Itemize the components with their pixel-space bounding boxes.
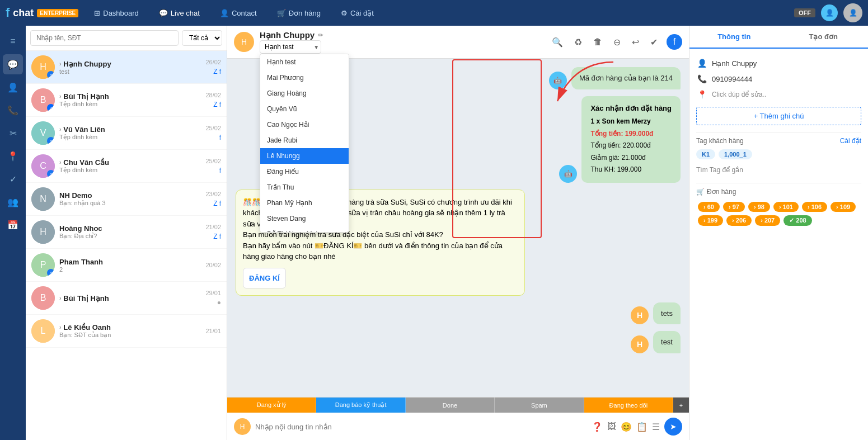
assign-option-tran-thu[interactable]: Trần Thu — [260, 179, 349, 195]
contact-meta-9: 21/01 — [205, 328, 221, 334]
mark-done-btn[interactable]: ✔ — [648, 35, 660, 50]
order-109[interactable]: › 109 — [831, 202, 856, 212]
tag-settings[interactable]: Cài đặt — [840, 137, 861, 145]
sidebar-icon-calendar[interactable]: 📅 — [3, 215, 23, 235]
contact-item-7[interactable]: P f Pham Thanh 2 20/02 — [26, 249, 227, 282]
tag-header: Tag khách hàng Cài đặt — [696, 137, 861, 145]
tab-thong-tin[interactable]: Thông tin — [689, 26, 779, 49]
block-btn[interactable]: ⊖ — [611, 35, 623, 50]
assign-option-do-thi-ngoc-mai[interactable]: Đỗ Thị Ngọc Mai — [260, 226, 349, 233]
contact-item-9[interactable]: L › Lê Kiều Oanh Bạn: SĐT của bạn 21/01 — [26, 315, 227, 348]
status-done-btn[interactable]: Done — [406, 398, 495, 413]
contact-meta-7: 20/02 — [205, 262, 221, 268]
order-title: Xác nhận đơn đặt hàng — [590, 103, 672, 114]
order-199[interactable]: › 199 — [698, 215, 723, 226]
contact-avatar-6: H — [31, 220, 55, 244]
sidebar-icon-team[interactable]: 👥 — [3, 192, 23, 212]
contact-preview-9: Bạn: SĐT của bạn — [59, 332, 201, 339]
search-btn[interactable]: 🔍 — [550, 35, 565, 50]
send-button[interactable]: ➤ — [664, 418, 682, 436]
contact-item-6[interactable]: H Hoàng Nhoc Bạn: Địa chỉ? 21/02 Z f — [26, 216, 227, 249]
nav-settings[interactable]: ⚙ Cài đặt — [336, 7, 378, 20]
assign-option-steven-dang[interactable]: Steven Dang — [260, 211, 349, 226]
tab-tao-don[interactable]: Tạo đơn — [779, 26, 869, 48]
image-btn[interactable]: 🖼 — [607, 422, 616, 432]
contact-item-5[interactable]: N NH Demo Bạn: nhận quà 3 23/02 Z f — [26, 183, 227, 216]
sidebar-icon-phone[interactable]: 📞 — [3, 100, 23, 120]
contact-search-bar: Tất cả — [26, 26, 227, 51]
nav-contact[interactable]: 👤 Contact — [215, 7, 261, 20]
sidebar-icon-chat[interactable]: 💬 — [3, 54, 23, 74]
chat-input[interactable] — [255, 423, 587, 431]
assign-option-quyen-vu[interactable]: Quyên Vũ — [260, 101, 349, 117]
sidebar-icon-menu[interactable]: ≡ — [3, 31, 23, 51]
order-97[interactable]: › 97 — [723, 202, 745, 212]
sidebar-icon-location[interactable]: 📍 — [3, 146, 23, 166]
fb-icon-2: f — [219, 101, 221, 108]
register-btn[interactable]: ĐĂNG KÍ — [243, 268, 286, 288]
sidebar-icon-check[interactable]: ✓ — [3, 169, 23, 189]
contact-item-2[interactable]: B Z › Bùi Thị Hạnh Tệp đính kèm 28/02 Z … — [26, 84, 227, 117]
contact-item-4[interactable]: C f › Chu Văn Cầu Tệp đính kèm 25/02 f — [26, 150, 227, 183]
nav-right: OFF 👤 👤 — [794, 3, 862, 22]
restore-btn[interactable]: ↩ — [630, 35, 641, 50]
nav-live-chat[interactable]: 💬 Live chat — [154, 7, 204, 20]
assign-option-le-nhungg[interactable]: Lê Nhungg — [260, 148, 349, 164]
search-input[interactable] — [30, 30, 179, 46]
user-profile[interactable]: 👤 — [843, 3, 862, 22]
emoji-btn[interactable]: 😊 — [621, 422, 632, 432]
order-60[interactable]: › 60 — [698, 202, 720, 212]
assign-dropdown[interactable]: Hạnh test Mai Phương Giang Hoàng Quyên V… — [260, 54, 349, 233]
order-207[interactable]: › 207 — [755, 215, 780, 226]
status-follow-btn[interactable]: Đang theo dõi — [584, 398, 673, 413]
status-spam-btn[interactable]: Spam — [495, 398, 584, 413]
contact-item-1[interactable]: H f › Hạnh Chuppy test 26/02 Z f — [26, 51, 227, 84]
template-btn[interactable]: 📋 — [636, 422, 648, 432]
help-btn[interactable]: ❓ — [592, 422, 603, 432]
fchat-btn[interactable]: f — [667, 34, 682, 50]
user-avatar-nav[interactable]: 👤 — [821, 4, 838, 21]
contact-item-3[interactable]: V f › Vũ Văn Liên Tệp đính kèm 25/02 f — [26, 117, 227, 150]
refresh-btn[interactable]: ♻ — [572, 35, 584, 50]
assign-option-mai-phuong[interactable]: Mai Phương — [260, 70, 349, 86]
assign-option-phan-my-hanh[interactable]: Phan Mỹ Hạnh — [260, 195, 349, 211]
assign-option-hanh-test[interactable]: Hạnh test — [260, 54, 349, 70]
fb-icon-6: f — [219, 233, 221, 240]
order-98[interactable]: › 98 — [748, 202, 770, 212]
assign-option-dang-hieu[interactable]: Đăng Hiếu — [260, 164, 349, 179]
nav-dashboard[interactable]: ⊞ Dashboard — [90, 7, 143, 20]
contact-preview-2: Tệp đính kèm — [59, 101, 201, 108]
filter-select[interactable]: Tất cả — [182, 30, 222, 46]
status-tech-btn[interactable]: Đang báo kỹ thuật — [316, 398, 405, 413]
main-layout: ≡ 💬 👤 📞 ✂ 📍 ✓ 👥 📅 Tất cả H f › Hạnh — [0, 26, 868, 440]
nav-orders[interactable]: 🛒 Đơn hàng — [273, 7, 325, 20]
add-note-btn[interactable]: + Thêm ghi chú — [696, 107, 861, 125]
assign-option-giang-hoang[interactable]: Giang Hoàng — [260, 86, 349, 101]
assign-option-jade-rubi[interactable]: Jade Rubi — [260, 133, 349, 148]
tag-search-input[interactable]: Tìm Tag để gắn — [696, 164, 861, 176]
dashboard-icon: ⊞ — [94, 9, 100, 17]
enterprise-badge: ENTERPRISE — [37, 9, 78, 17]
sidebar-icon-cut[interactable]: ✂ — [3, 123, 23, 143]
list-btn[interactable]: ☰ — [652, 422, 660, 432]
contact-item-8[interactable]: B › Bùi Thị Hạnh 29/01 ● — [26, 282, 227, 315]
msg-bubble-4: tets — [653, 302, 681, 325]
contact-name-6: Hoàng Nhoc — [59, 224, 201, 233]
top-navigation: f chat ENTERPRISE ⊞ Dashboard 💬 Live cha… — [0, 0, 868, 26]
tag-k1[interactable]: K1 — [696, 149, 715, 159]
order-206[interactable]: › 206 — [726, 215, 752, 226]
order-101[interactable]: › 101 — [773, 202, 799, 212]
chat-input-actions: ❓ 🖼 😊 📋 ☰ ➤ — [592, 418, 682, 436]
assign-select[interactable]: Hạnh test — [260, 40, 321, 54]
status-processing-btn[interactable]: Đang xử lý — [227, 398, 316, 413]
tag-1000-1[interactable]: 1,000_1 — [719, 149, 752, 159]
order-106[interactable]: › 106 — [802, 202, 827, 212]
person-icon: 👤 — [696, 59, 707, 68]
order-208[interactable]: ✓ 208 — [783, 215, 811, 226]
status-add-btn[interactable]: + — [673, 398, 689, 413]
assign-option-cao-ngoc-hai[interactable]: Cao Ngọc Hải — [260, 117, 349, 133]
delete-btn[interactable]: 🗑 — [591, 35, 604, 49]
off-badge[interactable]: OFF — [794, 8, 815, 17]
sidebar-icon-contact[interactable]: 👤 — [3, 77, 23, 97]
edit-name-icon[interactable]: ✏ — [318, 31, 323, 39]
